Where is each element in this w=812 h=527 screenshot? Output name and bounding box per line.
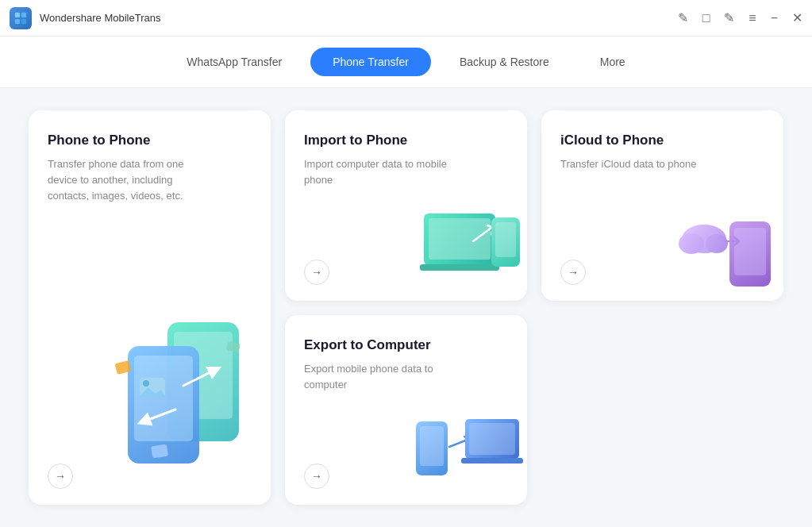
card-icloud-to-phone[interactable]: iCloud to Phone Transfer iCloud data to … <box>541 110 783 301</box>
svg-point-12 <box>143 380 149 387</box>
svg-rect-17 <box>495 222 516 257</box>
card-export-to-computer-title: Export to Computer <box>304 337 508 353</box>
tab-more[interactable]: More <box>578 48 648 76</box>
svg-rect-24 <box>420 426 444 466</box>
nav-tabs: WhatsApp Transfer Phone Transfer Backup … <box>0 37 812 88</box>
close-icon[interactable]: ✕ <box>792 12 802 25</box>
svg-rect-26 <box>469 423 515 455</box>
card-import-to-phone[interactable]: Import to Phone Import computer data to … <box>285 110 527 301</box>
window-controls: ✎ □ ✎ ≡ − ✕ <box>678 12 802 25</box>
svg-rect-27 <box>461 458 523 464</box>
svg-point-21 <box>679 233 704 254</box>
card-import-to-phone-arrow[interactable]: → <box>304 260 329 285</box>
svg-rect-0 <box>15 12 20 17</box>
svg-rect-2 <box>15 18 20 23</box>
card-export-to-computer-desc: Export mobile phone data to computer <box>304 361 463 393</box>
svg-rect-15 <box>420 264 499 271</box>
app-logo <box>10 7 32 29</box>
minimize-icon[interactable]: − <box>771 12 778 25</box>
import-illustration <box>416 198 519 293</box>
svg-rect-14 <box>429 218 491 260</box>
svg-rect-19 <box>734 228 766 275</box>
svg-rect-1 <box>21 12 26 17</box>
main-content: Phone to Phone Transfer phone data from … <box>0 88 812 527</box>
card-import-to-phone-title: Import to Phone <box>304 133 508 148</box>
export-illustration <box>408 402 519 497</box>
tab-whatsapp-transfer[interactable]: WhatsApp Transfer <box>164 48 304 76</box>
card-phone-to-phone[interactable]: Phone to Phone Transfer phone data from … <box>29 110 271 505</box>
card-icloud-to-phone-title: iCloud to Phone <box>560 133 764 148</box>
card-import-to-phone-desc: Import computer data to mobile phone <box>304 156 463 188</box>
edit-icon[interactable]: ✎ <box>724 12 734 25</box>
tab-phone-transfer[interactable]: Phone Transfer <box>310 48 431 76</box>
app-title: Wondershare MobileTrans <box>40 12 678 24</box>
profile-icon[interactable]: ✎ <box>678 12 688 25</box>
svg-rect-3 <box>21 18 26 23</box>
phone-to-phone-illustration <box>104 298 263 473</box>
card-icloud-to-phone-desc: Transfer iCloud data to phone <box>560 156 719 172</box>
card-export-to-computer[interactable]: Export to Computer Export mobile phone d… <box>285 315 527 506</box>
card-export-to-computer-arrow[interactable]: → <box>304 464 329 489</box>
card-icloud-to-phone-arrow[interactable]: → <box>560 260 586 285</box>
menu-icon[interactable]: ≡ <box>749 12 756 25</box>
titlebar: Wondershare MobileTrans ✎ □ ✎ ≡ − ✕ <box>0 0 812 37</box>
svg-point-22 <box>706 234 728 253</box>
tab-backup-restore[interactable]: Backup & Restore <box>437 48 571 76</box>
svg-rect-7 <box>134 356 193 441</box>
icloud-illustration <box>674 198 777 293</box>
card-phone-to-phone-title: Phone to Phone <box>48 133 252 148</box>
window-icon[interactable]: □ <box>702 12 710 25</box>
card-phone-to-phone-arrow[interactable]: → <box>48 464 73 489</box>
card-phone-to-phone-desc: Transfer phone data from one device to a… <box>48 156 206 204</box>
svg-rect-10 <box>151 444 168 459</box>
